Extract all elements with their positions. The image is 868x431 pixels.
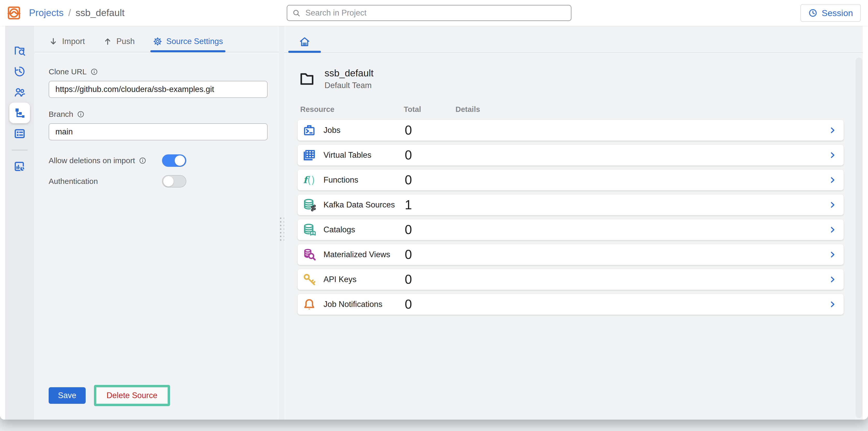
resource-label: Catalogs [323,225,405,234]
column-details: Details [456,105,480,114]
chevron-right-icon[interactable] [828,200,837,209]
delete-source-button[interactable]: Delete Source [96,387,168,404]
source-settings-form: Clone URL Branch Allow deletions on impo… [34,52,279,188]
sidebar-item-projects-board[interactable] [9,123,30,144]
info-icon [77,110,85,118]
authentication-toggle[interactable] [162,175,186,188]
resource-total: 0 [405,148,457,163]
column-total: Total [404,105,456,114]
resource-row-catalogs[interactable]: Catalogs0 [298,220,844,240]
chevron-right-icon[interactable] [828,225,837,234]
authentication-label: Authentication [49,177,162,186]
home-icon [299,36,311,48]
tab-import[interactable]: Import [49,37,85,52]
clock-icon [808,8,817,18]
app-window: Projects / ssb_default Session ImportPus… [0,0,868,420]
resource-row-materialized-views[interactable]: Materialized Views0 [298,244,844,265]
resource-row-jobs[interactable]: Jobs0 [298,120,844,141]
tab-project-home[interactable] [292,36,317,52]
authentication-row: Authentication [49,175,265,188]
arrow-down-icon [49,37,58,46]
project-overview-panel: ssb_default Default Team Resource Total … [284,26,863,420]
branch-label: Branch [49,110,265,119]
info-icon [139,157,147,165]
history-icon [13,65,26,78]
save-button[interactable]: Save [49,387,86,404]
api-keys-icon [302,272,316,286]
resource-row-virtual-tables[interactable]: Virtual Tables0 [298,145,844,166]
grid-icon [13,127,26,140]
project-overview-content: ssb_default Default Team Resource Total … [284,53,863,315]
chevron-right-icon[interactable] [828,126,837,135]
session-button-label: Session [822,8,853,18]
resource-total: 0 [405,222,457,237]
info-icon [90,68,98,76]
chevron-right-icon[interactable] [828,275,837,284]
materialized-views-icon [302,248,316,262]
tab-source-settings[interactable]: Source Settings [153,37,223,52]
gear-icon [153,37,162,46]
clone-url-input[interactable] [49,81,268,98]
chevron-right-icon[interactable] [828,151,837,160]
kafka-data-sources-icon [302,198,316,212]
clone-url-label: Clone URL [49,67,265,76]
chart-pie-icon [13,160,26,173]
resource-total: 0 [405,123,457,138]
tab-push[interactable]: Push [103,37,135,52]
right-panel-tabbar [284,26,863,53]
folder-icon [298,71,316,87]
search-input[interactable] [305,8,566,18]
app-logo-icon [7,6,21,20]
delete-source-highlight: Delete Source [94,385,170,406]
left-panel-tabbar: ImportPushSource Settings [34,26,279,52]
breadcrumb-projects-link[interactable]: Projects [29,7,64,19]
resource-row-job-notifications[interactable]: Job Notifications0 [298,294,844,315]
sidebar-divider [12,150,28,150]
breadcrumb-current-project: ssb_default [75,7,124,19]
resource-row-api-keys[interactable]: API Keys0 [298,269,844,290]
right-panel-scrollbar[interactable] [856,58,862,418]
allow-deletions-toggle[interactable] [162,154,186,167]
source-settings-panel: ImportPushSource Settings Clone URL Bran… [34,26,279,420]
project-search [287,5,571,21]
tab-label: Source Settings [166,37,223,46]
resource-label: Kafka Data Sources [323,200,405,209]
top-header: Projects / ssb_default Session [0,0,868,26]
tab-label: Import [62,37,85,46]
job-notifications-icon [302,297,316,311]
resource-row-functions[interactable]: f()Functions0 [298,170,844,191]
resource-label: Functions [323,175,405,185]
resource-total: 1 [405,197,457,212]
chevron-right-icon[interactable] [828,300,837,309]
resource-label: Materialized Views [323,250,405,259]
chevron-right-icon[interactable] [828,250,837,259]
functions-icon: f() [302,173,316,187]
sidebar-item-monitoring[interactable] [9,156,30,177]
tree-icon [13,107,26,119]
project-name: ssb_default [324,68,373,79]
resource-label: Jobs [323,125,405,135]
left-icon-sidebar [5,26,34,420]
session-button[interactable]: Session [801,4,861,22]
arrow-up-icon [103,37,112,46]
sidebar-item-project-explorer[interactable] [9,40,30,61]
column-resource: Resource [300,105,404,114]
resource-label: Job Notifications [323,300,405,309]
sidebar-item-source-control[interactable] [9,103,30,123]
breadcrumb-separator: / [68,7,71,19]
sidebar-item-history[interactable] [9,61,30,82]
branch-input[interactable] [49,123,268,140]
resource-total: 0 [405,247,457,262]
resource-total: 0 [405,297,457,312]
panel-resize-divider[interactable] [279,26,284,420]
resource-row-kafka-data-sources[interactable]: Kafka Data Sources1 [298,195,844,215]
resource-total: 0 [405,173,457,188]
main-area: ImportPushSource Settings Clone URL Bran… [0,26,868,420]
chevron-right-icon[interactable] [828,176,837,184]
form-actions: Save Delete Source [49,385,170,406]
resource-label: API Keys [323,275,405,284]
svg-text:(): () [307,174,315,186]
folder-search-icon [13,45,26,57]
sidebar-item-teams[interactable] [9,82,30,103]
catalogs-icon [302,223,316,237]
